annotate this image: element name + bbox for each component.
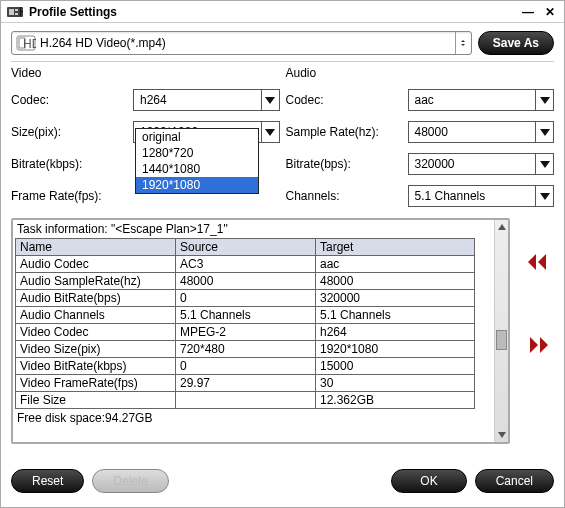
cell: File Size	[16, 392, 176, 409]
svg-marker-10	[265, 97, 275, 104]
audio-ch-label: Channels:	[286, 189, 408, 203]
cancel-button[interactable]: Cancel	[475, 469, 554, 493]
audio-sr-label: Sample Rate(hz):	[286, 125, 408, 139]
cell: Audio SampleRate(hz)	[16, 273, 176, 290]
svg-marker-20	[528, 254, 536, 270]
svg-marker-14	[540, 97, 550, 104]
video-codec-label: Codec:	[11, 93, 133, 107]
svg-marker-22	[530, 337, 538, 353]
video-codec-select[interactable]: h264	[133, 89, 280, 111]
table-row: Audio SampleRate(hz)4800048000	[16, 273, 475, 290]
task-info-panel: Task information: "<Escape Plan>17_1" Na…	[11, 218, 510, 444]
cell: Video BitRate(kbps)	[16, 358, 176, 375]
audio-codec-value: aac	[409, 93, 536, 107]
svg-marker-23	[540, 337, 548, 353]
video-size-label: Size(pix):	[11, 125, 133, 139]
audio-sr-select[interactable]: 48000	[408, 121, 555, 143]
cell: 30	[316, 375, 475, 392]
table-row: Audio CodecAC3aac	[16, 256, 475, 273]
profile-select-label: H.264 HD Video(*.mp4)	[40, 36, 455, 50]
audio-codec-label: Codec:	[286, 93, 408, 107]
button-bar: Reset Delete OK Cancel	[1, 447, 564, 507]
delete-button: Delete	[92, 469, 169, 493]
audio-codec-field: Codec: aac	[286, 84, 555, 116]
scrollbar[interactable]	[494, 220, 508, 442]
cell: Audio Channels	[16, 307, 176, 324]
audio-codec-select[interactable]: aac	[408, 89, 555, 111]
chevron-down-icon	[535, 154, 553, 174]
free-disk-label: Free disk space:94.27GB	[15, 411, 492, 425]
save-as-button[interactable]: Save As	[478, 31, 554, 55]
size-dropdown[interactable]: original 1280*720 1440*1080 1920*1080	[135, 128, 259, 194]
prev-arrow-icon[interactable]	[526, 252, 550, 275]
cell: 1920*1080	[316, 341, 475, 358]
navigation-arrows	[524, 252, 552, 358]
titlebar: HD Profile Settings — ✕	[1, 1, 564, 23]
size-option[interactable]: 1440*1080	[136, 161, 258, 177]
cell: Video FrameRate(fps)	[16, 375, 176, 392]
dialog-title: Profile Settings	[29, 5, 514, 19]
chevron-updown-icon	[455, 32, 471, 54]
size-option-selected[interactable]: 1920*1080	[136, 177, 258, 193]
audio-bitrate-select[interactable]: 320000	[408, 153, 555, 175]
cell: 0	[176, 358, 316, 375]
size-option[interactable]: 1280*720	[136, 145, 258, 161]
next-arrow-icon[interactable]	[526, 335, 550, 358]
minimize-button[interactable]: —	[520, 4, 536, 20]
cell: 29.97	[176, 375, 316, 392]
audio-ch-field: Channels: 5.1 Channels	[286, 180, 555, 212]
svg-text:HD: HD	[23, 37, 36, 51]
svg-text:HD: HD	[19, 5, 23, 19]
video-codec-field: Codec: h264	[11, 84, 280, 116]
cell: 0	[176, 290, 316, 307]
reset-button[interactable]: Reset	[11, 469, 84, 493]
cell: 48000	[176, 273, 316, 290]
cell: MPEG-2	[176, 324, 316, 341]
video-codec-value: h264	[134, 93, 261, 107]
scroll-down-icon[interactable]	[495, 428, 508, 442]
svg-marker-8	[461, 40, 465, 42]
ok-button[interactable]: OK	[391, 469, 466, 493]
dialog: HD Profile Settings — ✕ HD H.264 HD Vide…	[0, 0, 565, 508]
task-info-inner: Task information: "<Escape Plan>17_1" Na…	[13, 220, 494, 442]
scroll-thumb[interactable]	[496, 330, 507, 350]
svg-marker-19	[498, 432, 506, 438]
cell: 320000	[316, 290, 475, 307]
settings-grid: Video Codec: h264 Size(pix): 1920*1080 B…	[1, 62, 564, 212]
cell: aac	[316, 256, 475, 273]
scroll-up-icon[interactable]	[495, 220, 508, 234]
cell: AC3	[176, 256, 316, 273]
cell: 48000	[316, 273, 475, 290]
table-row: Video FrameRate(fps)29.9730	[16, 375, 475, 392]
audio-bitrate-field: Bitrate(bps): 320000	[286, 148, 555, 180]
hd-icon: HD	[16, 35, 36, 51]
table-row: Audio Channels5.1 Channels5.1 Channels	[16, 307, 475, 324]
chevron-down-icon	[535, 122, 553, 142]
table-row: Video BitRate(kbps)015000	[16, 358, 475, 375]
svg-rect-2	[15, 9, 18, 11]
cell: 720*480	[176, 341, 316, 358]
svg-rect-1	[9, 9, 14, 15]
audio-column: Audio Codec: aac Sample Rate(hz): 48000 …	[286, 64, 555, 212]
profile-select[interactable]: HD H.264 HD Video(*.mp4)	[11, 31, 472, 55]
size-option[interactable]: original	[136, 129, 258, 145]
close-button[interactable]: ✕	[542, 4, 558, 20]
audio-heading: Audio	[286, 64, 555, 84]
audio-bitrate-label: Bitrate(bps):	[286, 157, 408, 171]
video-fps-label: Frame Rate(fps):	[11, 189, 133, 203]
audio-bitrate-value: 320000	[409, 157, 536, 171]
col-name: Name	[16, 239, 176, 256]
svg-marker-9	[461, 44, 465, 46]
task-info-label: Task information: "<Escape Plan>17_1"	[15, 222, 492, 236]
table-row: Video CodecMPEG-2h264	[16, 324, 475, 341]
cell: 12.362GB	[316, 392, 475, 409]
audio-sr-value: 48000	[409, 125, 536, 139]
svg-marker-15	[540, 129, 550, 136]
app-icon: HD	[7, 5, 23, 19]
cell: Audio Codec	[16, 256, 176, 273]
chevron-down-icon	[261, 122, 279, 142]
cell: Video Codec	[16, 324, 176, 341]
profile-row: HD H.264 HD Video(*.mp4) Save As	[1, 23, 564, 59]
audio-ch-select[interactable]: 5.1 Channels	[408, 185, 555, 207]
cell: Video Size(pix)	[16, 341, 176, 358]
